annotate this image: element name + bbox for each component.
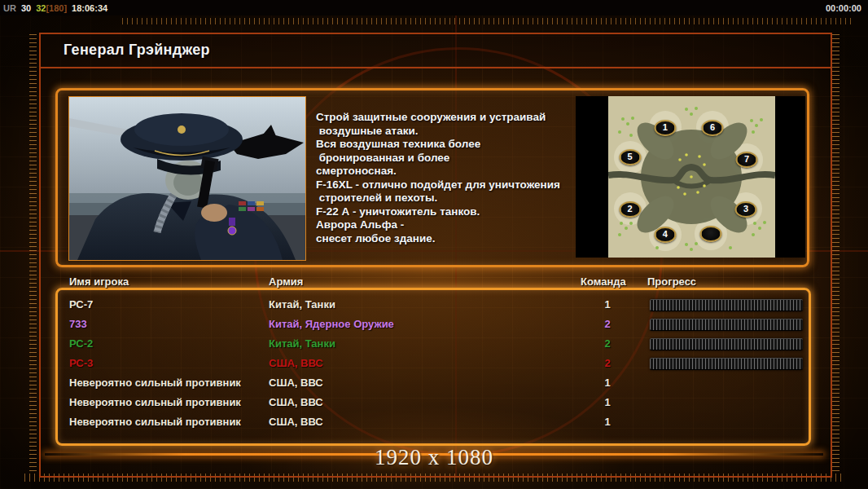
player-army: Китай, Танки <box>269 334 335 354</box>
map-start-position-5: 5 <box>619 149 641 165</box>
header-player-name: Имя игрока <box>69 275 129 288</box>
briefing-line: снесет любое здание. <box>316 232 576 246</box>
player-name: Невероятно сильный противник <box>69 393 241 412</box>
player-row: РС-7Китай, Танки1 <box>58 295 809 315</box>
player-name: РС-2 <box>69 334 93 354</box>
generals-loading-screen: UR3032[180]18:06:34 00:00:00 Генерал Грэ… <box>0 0 868 489</box>
player-team: 1 <box>590 412 625 432</box>
map-preview-box: 1657234 <box>576 96 805 258</box>
player-name: 733 <box>69 315 87 334</box>
player-army: США, ВВС <box>269 354 323 373</box>
player-team: 1 <box>590 393 625 412</box>
briefing-line: Строй защитные сооружения и устраивай <box>316 111 576 125</box>
player-army: США, ВВС <box>269 373 323 393</box>
briefing-line: Аврора Альфа - <box>316 218 576 232</box>
debug-stats: UR3032[180]18:06:34 <box>0 3 112 13</box>
player-army: Китай, Танки <box>269 295 335 315</box>
map-terrain-image <box>608 96 775 258</box>
player-table-headers: Имя игрока Армия Команда Прогресс <box>0 275 868 289</box>
player-team: 2 <box>590 354 625 373</box>
player-table-panel: РС-7Китай, Танки1733Китай, Ядерное Оружи… <box>55 288 811 446</box>
player-row: 733Китай, Ядерное Оружие2 <box>58 315 809 334</box>
player-row: Невероятно сильный противникСША, ВВС1 <box>58 393 809 412</box>
briefing-line: воздушные атаки. <box>316 125 576 139</box>
briefing-line: F-16XL - отлично подойдет для уничтожени… <box>316 178 576 192</box>
status-segment: [180] <box>46 3 67 13</box>
player-name: РС-3 <box>69 354 93 373</box>
header-army: Армия <box>269 275 303 288</box>
status-bar: UR3032[180]18:06:34 00:00:00 <box>0 0 868 15</box>
general-title: Генерал Грэйнджер <box>64 42 210 59</box>
map-start-position-7: 7 <box>736 152 758 168</box>
player-army: США, ВВС <box>269 412 323 432</box>
resolution-label: 1920 x 1080 <box>0 445 868 470</box>
map-start-position-1: 1 <box>654 120 676 136</box>
briefing-line: бронированная и более <box>316 152 576 165</box>
progress-bar <box>650 319 803 331</box>
briefing-line: Вся воздушная техника более <box>316 138 576 152</box>
player-army: Китай, Ядерное Оружие <box>269 315 394 334</box>
map-start-position-3: 3 <box>735 201 757 218</box>
briefing-line: строителей и пехоты. <box>316 192 576 205</box>
ruler-top <box>122 18 852 24</box>
progress-bar <box>650 358 803 370</box>
status-segment: 32 <box>36 3 46 13</box>
player-name: Невероятно сильный противник <box>69 373 241 393</box>
briefing-line: F-22 А - уничтожитель танков. <box>316 205 576 219</box>
status-segment: 30 <box>21 3 31 13</box>
briefing-line: смертоносная. <box>316 165 576 178</box>
map-start-position-2: 2 <box>619 201 641 218</box>
player-name: РС-7 <box>69 295 93 315</box>
general-portrait-image <box>69 97 305 260</box>
player-row: РС-3США, ВВС2 <box>58 354 809 373</box>
title-bar: Генерал Грэйнджер <box>41 34 831 68</box>
progress-bar <box>650 299 803 311</box>
player-row: РС-2Китай, Танки2 <box>58 334 809 354</box>
player-team: 1 <box>590 295 625 315</box>
briefing-text: Строй защитные сооружения и устраивай во… <box>316 111 576 245</box>
player-row: Невероятно сильный противникСША, ВВС1 <box>58 412 809 432</box>
player-team: 1 <box>590 373 625 393</box>
briefing-panel: Строй защитные сооружения и устраивай во… <box>55 88 809 267</box>
player-team: 2 <box>590 315 625 334</box>
ruler-right <box>832 34 840 471</box>
map-preview: 1657234 <box>608 96 775 258</box>
player-rows: РС-7Китай, Танки1733Китай, Ядерное Оружи… <box>58 295 809 432</box>
general-portrait <box>68 96 306 261</box>
map-start-position-empty <box>700 226 722 242</box>
player-name: Невероятно сильный противник <box>69 412 241 432</box>
header-team: Команда <box>581 275 626 288</box>
player-army: США, ВВС <box>269 393 323 412</box>
map-start-position-4: 4 <box>654 227 676 243</box>
progress-bar <box>650 338 803 350</box>
map-start-position-6: 6 <box>702 120 724 136</box>
status-segment: UR <box>3 3 16 13</box>
player-row: Невероятно сильный противникСША, ВВС1 <box>58 373 809 393</box>
ruler-left <box>29 34 37 471</box>
status-segment: 18:06:34 <box>72 3 107 13</box>
header-progress: Прогресс <box>647 275 696 288</box>
match-timer: 00:00:00 <box>826 3 868 13</box>
player-team: 2 <box>590 334 625 354</box>
